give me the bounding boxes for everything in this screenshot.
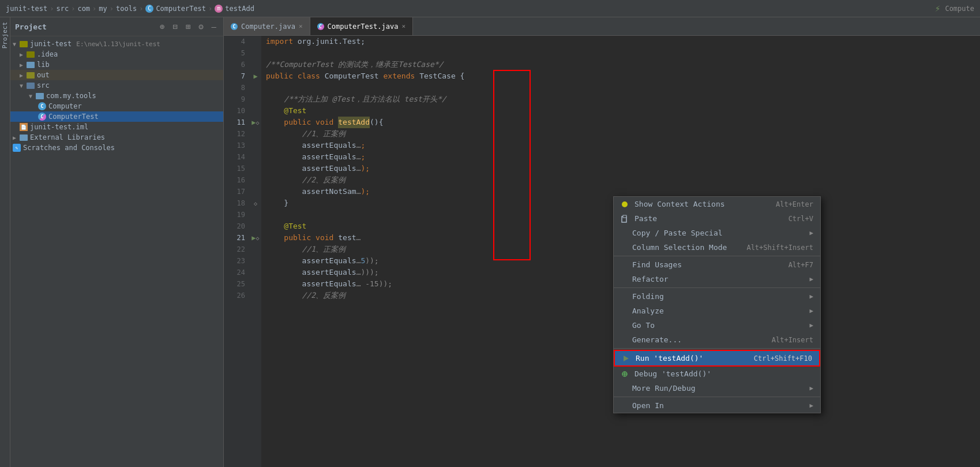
tab-close-computer[interactable]: × (299, 23, 303, 30)
settings-button[interactable]: ⚙ (196, 21, 205, 32)
menu-item-find-usages[interactable]: Find Usages Alt+F7 (614, 257, 820, 272)
run-marker-21[interactable]: ▶ (251, 234, 256, 242)
bulb-icon (619, 200, 630, 208)
tree-item-computertest[interactable]: C ComputerTest (10, 111, 223, 122)
menu-label-folding: Folding (632, 292, 805, 301)
gutter-13 (250, 140, 261, 151)
java-icon-computer: C (38, 102, 46, 110)
expand-arrow-junit (13, 41, 16, 47)
external-libs-label: External Libraries (30, 133, 105, 141)
breadcrumb-item-tools[interactable]: tools (116, 5, 137, 13)
expand-arrow-idea (20, 51, 23, 58)
line-num-5: 5 (226, 47, 245, 59)
code-line-11: public void testAdd(){ (266, 117, 980, 128)
menu-item-copy-paste-special[interactable]: Copy / Paste Special ▶ (614, 226, 820, 240)
tree-item-src[interactable]: src (10, 80, 223, 91)
breadcrumb-item-computertest[interactable]: ComputerTest (156, 5, 206, 13)
tree-item-iml[interactable]: 📄 junit-test.iml (10, 122, 223, 132)
tree-item-lib[interactable]: lib (10, 59, 223, 70)
sync-button[interactable]: ⊞ (183, 21, 193, 32)
breadcrumb-item-src[interactable]: src (56, 5, 69, 13)
menu-item-paste[interactable]: Paste Ctrl+V (614, 211, 820, 226)
gutter-17 (250, 186, 261, 197)
menu-item-open-in[interactable]: Open In ▶ (614, 398, 820, 413)
bookmark-11: ◇ (256, 119, 260, 126)
line-num-13: 13 (226, 140, 245, 151)
line-num-8: 8 (226, 82, 245, 94)
computertest-breadcrumb-icon: C (145, 5, 153, 13)
tree-title: Project (15, 23, 154, 31)
code-line-7: public class ComputerTest extends TestCa… (266, 70, 980, 82)
project-tree: Project ⊕ ⊟ ⊞ ⚙ — junit-test E:\new\1.13… (10, 17, 224, 467)
menu-label-refactor: Refactor (632, 275, 805, 283)
computer-label: Computer (48, 102, 82, 110)
breadcrumb-item-com[interactable]: com (77, 5, 90, 13)
menu-item-folding[interactable]: Folding ▶ (614, 289, 820, 304)
gutter-10 (250, 105, 261, 117)
menu-item-column-selection[interactable]: Column Selection Mode Alt+Shift+Insert (614, 240, 820, 255)
folder-icon-lib (27, 62, 35, 68)
tree-item-computer[interactable]: C Computer (10, 101, 223, 111)
breadcrumb-item-my[interactable]: my (99, 5, 107, 13)
expand-arrow-out (20, 72, 23, 79)
line-num-21: 21 (226, 232, 245, 244)
menu-label-open-in: Open In (632, 401, 805, 410)
tree-item-external-libs[interactable]: External Libraries (10, 132, 223, 143)
menu-shortcut-generate: Alt+Insert (772, 336, 813, 344)
tree-item-com-my-tools[interactable]: com.my.tools (10, 91, 223, 101)
collapse-button[interactable]: ⊟ (170, 21, 179, 32)
folder-icon-com-my-tools (36, 93, 44, 99)
gutter-7[interactable]: ▶ (250, 70, 261, 82)
line-num-26: 26 (226, 290, 245, 301)
tree-item-idea[interactable]: .idea (10, 49, 223, 59)
bookmark-18: ◇ (254, 200, 257, 207)
menu-arrow-goto: ▶ (809, 322, 813, 329)
menu-item-refactor[interactable]: Refactor ▶ (614, 272, 820, 286)
run-marker-11[interactable]: ▶ (251, 118, 256, 126)
menu-item-show-context[interactable]: Show Context Actions Alt+Enter (614, 197, 820, 211)
folder-icon-junit (20, 41, 28, 47)
code-line-14: assertEquals…; (266, 151, 980, 163)
scratches-label: Scratches and Consoles (23, 144, 115, 152)
menu-shortcut-paste: Ctrl+V (788, 215, 813, 223)
line-num-9: 9 (226, 94, 245, 105)
main-area: Project Project ⊕ ⊟ ⊞ ⚙ — junit-test E:\… (0, 17, 980, 467)
folder-icon-src (27, 83, 35, 89)
menu-shortcut-show-context: Alt+Enter (776, 200, 813, 208)
code-line-8 (266, 82, 980, 94)
svg-point-0 (622, 201, 628, 207)
tab-close-computertest[interactable]: × (401, 23, 405, 30)
tab-computer-java[interactable]: C Computer.java × (224, 17, 310, 35)
sidebar-panel[interactable]: Project (0, 17, 10, 467)
folder-icon-idea (27, 51, 35, 58)
menu-item-goto[interactable]: Go To ▶ (614, 318, 820, 332)
out-label: out (37, 71, 50, 79)
menu-item-debug-testadd[interactable]: Debug 'testAdd()' (614, 367, 820, 381)
code-line-15: assertEquals…); (266, 163, 980, 174)
menu-item-more-run-debug[interactable]: More Run/Debug ▶ (614, 381, 820, 395)
minimize-button[interactable]: — (209, 21, 219, 32)
sidebar-panel-label: Project (0, 17, 10, 53)
junit-test-label: junit-test (30, 40, 72, 48)
run-marker-7[interactable]: ▶ (253, 72, 257, 80)
menu-item-run-testadd[interactable]: Run 'testAdd()' Ctrl+Shift+F10 (614, 350, 820, 367)
menu-item-analyze[interactable]: Analyze ▶ (614, 304, 820, 318)
menu-item-generate[interactable]: Generate... Alt+Insert (614, 332, 820, 347)
code-line-9: /**方法上加 @Test，且方法名以 test开头*/ (266, 94, 980, 105)
tree-item-scratches[interactable]: ✎ Scratches and Consoles (10, 143, 223, 153)
tab-bar: C Computer.java × C ComputerTest.java × (224, 17, 980, 36)
tab-computertest-java[interactable]: C ComputerTest.java × (310, 17, 413, 35)
tree-item-junit-test[interactable]: junit-test E:\new\1.13\junit-test (10, 39, 223, 49)
menu-label-show-context: Show Context Actions (634, 200, 760, 208)
tree-header: Project ⊕ ⊟ ⊞ ⚙ — (10, 17, 223, 36)
add-button[interactable]: ⊕ (157, 21, 167, 32)
testadd-breadcrumb-icon: m (215, 5, 223, 13)
menu-shortcut-find-usages: Alt+F7 (788, 261, 813, 269)
breadcrumb-item-junit[interactable]: junit-test (6, 5, 47, 13)
breadcrumb-item-testadd[interactable]: testAdd (225, 5, 254, 13)
menu-shortcut-column-selection: Alt+Shift+Insert (746, 244, 813, 252)
gutter-19 (250, 209, 261, 221)
tab-icon-computer: C (231, 23, 238, 30)
menu-shortcut-run-testadd: Ctrl+Shift+F10 (754, 354, 812, 363)
tree-item-out[interactable]: out (10, 70, 223, 80)
